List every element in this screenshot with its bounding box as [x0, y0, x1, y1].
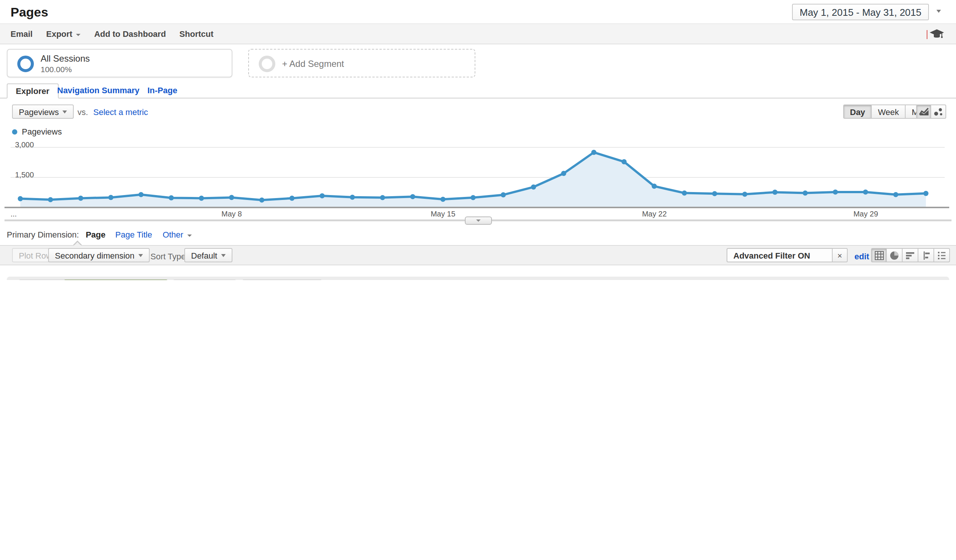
report-tabs: Explorer Navigation Summary In-Page [0, 83, 956, 99]
metric-selector-dropdown[interactable]: Pageviews [12, 105, 74, 119]
segment-all-sessions[interactable]: All Sessions 100.00% [7, 49, 233, 77]
view-comparison-button[interactable] [918, 248, 934, 262]
chevron-down-icon [76, 33, 80, 36]
chart-point[interactable] [622, 159, 627, 165]
advanced-filter-status: Advanced Filter ON [726, 248, 833, 262]
tab-explorer[interactable]: Explorer [7, 83, 58, 99]
chart-point[interactable] [803, 191, 808, 196]
x-axis-label: May 8 [222, 210, 242, 218]
export-button[interactable]: Export [46, 29, 81, 38]
select-a-metric-link[interactable]: Select a metric [93, 108, 148, 116]
view-percentage-button[interactable] [887, 248, 903, 262]
view-table-button[interactable] [871, 248, 887, 262]
date-range-selector[interactable]: May 1, 2015 - May 31, 2015 [792, 4, 929, 20]
chart-point[interactable] [893, 192, 898, 197]
selected-dimension-notch [73, 240, 82, 245]
chart-canvas [0, 140, 949, 224]
chart-point[interactable] [712, 191, 717, 196]
chart-point[interactable] [18, 196, 23, 201]
segment-name: All Sessions [41, 53, 90, 64]
primary-dimension-label: Primary Dimension: [7, 230, 79, 239]
tab-in-page[interactable]: In-Page [148, 86, 177, 95]
chevron-down-icon [187, 234, 192, 237]
add-to-dashboard-button[interactable]: Add to Dashboard [94, 29, 166, 38]
shortcut-button[interactable]: Shortcut [179, 29, 213, 38]
chart-point[interactable] [229, 195, 234, 200]
chevron-down-icon [138, 254, 143, 257]
dimension-page-title[interactable]: Page Title [115, 230, 152, 239]
notification-indicator [927, 30, 928, 39]
analytics-pages-report: Pages May 1, 2015 - May 31, 2015 Email E… [0, 0, 956, 280]
pie-chart-icon [890, 251, 899, 260]
segment-percent: 100.00% [41, 64, 72, 74]
x-axis-label: May 22 [642, 210, 667, 218]
chart-point[interactable] [380, 195, 385, 200]
y-axis-label: 3,000 [15, 141, 34, 149]
graduation-cap-icon [930, 29, 944, 39]
chart-type-switcher [916, 105, 946, 119]
table-view-switcher [871, 248, 950, 262]
chart-point[interactable] [591, 150, 596, 155]
chart-point[interactable] [561, 171, 566, 176]
filter-row: Include Page Containing × [7, 277, 949, 280]
advanced-filter-close-button[interactable]: × [832, 248, 848, 262]
chart-point[interactable] [289, 196, 295, 201]
chart-point[interactable] [259, 197, 264, 202]
x-axis-leading-label: ... [11, 210, 17, 218]
chart-point[interactable] [48, 197, 53, 202]
legend-dot-icon [12, 129, 17, 134]
view-pivot-button[interactable] [934, 248, 950, 262]
chart-point[interactable] [169, 195, 174, 201]
advanced-filter-edit-link[interactable]: edit [854, 252, 869, 261]
table-toolbar: Plot Rows Secondary dimension Sort Type:… [0, 245, 956, 265]
chart-point[interactable] [138, 192, 144, 197]
table-view-icon [874, 251, 884, 260]
dimension-other[interactable]: Other [162, 230, 192, 239]
report-header: Pages May 1, 2015 - May 31, 2015 [0, 0, 956, 23]
chart-point[interactable] [772, 190, 778, 195]
segment-donut-icon [17, 56, 34, 72]
chart-point[interactable] [652, 184, 657, 189]
add-segment-button[interactable]: + Add Segment [248, 49, 475, 77]
email-button[interactable]: Email [11, 29, 33, 38]
granularity-week-button[interactable]: Week [872, 105, 906, 119]
segments-bar: All Sessions 100.00% + Add Segment [0, 45, 956, 83]
chart-point[interactable] [682, 191, 687, 196]
tab-navigation-summary[interactable]: Navigation Summary [57, 86, 140, 95]
chart-point[interactable] [531, 185, 536, 190]
chart-expand-handle[interactable] [465, 216, 492, 225]
chart-point[interactable] [923, 191, 929, 196]
chart-point[interactable] [108, 195, 113, 200]
chart-point[interactable] [833, 190, 838, 195]
add-segment-label: + Add Segment [282, 59, 344, 69]
chart-point[interactable] [410, 194, 415, 199]
motion-chart-view-button[interactable] [931, 105, 946, 119]
chart-line [20, 152, 926, 200]
chart-point[interactable] [440, 196, 446, 202]
date-range-label: May 1, 2015 - May 31, 2015 [800, 6, 921, 18]
chart-point[interactable] [199, 196, 204, 201]
dimension-page[interactable]: Page [86, 230, 106, 239]
chevron-down-icon [476, 220, 481, 222]
chart-point[interactable] [863, 190, 868, 195]
line-chart-icon [919, 108, 929, 116]
chart-point[interactable] [500, 193, 506, 198]
secondary-dimension-dropdown[interactable]: Secondary dimension [48, 248, 150, 262]
chart-point[interactable] [78, 196, 83, 201]
education-button[interactable] [927, 29, 944, 39]
sort-type-dropdown[interactable]: Default [184, 248, 233, 262]
chart-point[interactable] [320, 193, 325, 198]
chart-point[interactable] [742, 192, 748, 197]
chart-point[interactable] [350, 195, 355, 200]
primary-dimension-bar: Primary Dimension: Page Page Title Other [7, 230, 202, 239]
chevron-down-icon[interactable] [936, 10, 941, 13]
pivot-icon [937, 251, 946, 260]
view-performance-button[interactable] [903, 248, 918, 262]
line-chart-view-button[interactable] [916, 105, 931, 119]
chevron-down-icon [63, 110, 67, 113]
granularity-day-button[interactable]: Day [843, 105, 872, 119]
x-axis-label: May 29 [853, 210, 878, 218]
vs-label: vs. [77, 108, 88, 116]
motion-chart-icon [934, 107, 943, 116]
chart-point[interactable] [470, 195, 476, 200]
